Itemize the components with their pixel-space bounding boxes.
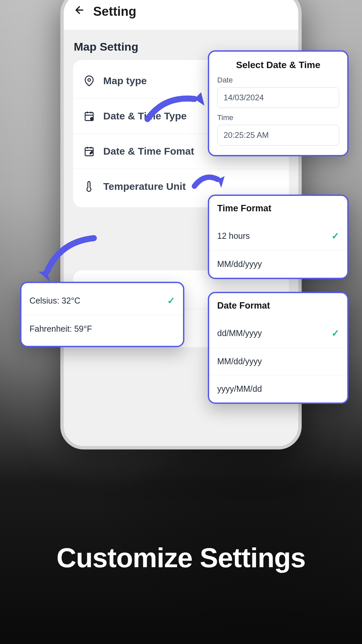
row-label: Date & Time Fomat	[103, 146, 194, 157]
svg-point-1	[88, 78, 90, 81]
option-row[interactable]: MM/dd/yyyy	[209, 348, 347, 375]
popup-time-format: Time Format 12 hours ✓ MM/dd/yyyy	[208, 195, 349, 279]
option-row[interactable]: MM/dd/yyyy	[209, 251, 347, 278]
option-row[interactable]: Celsius: 32°C ✓	[21, 286, 183, 315]
popup-date-format: Date Format dd/MM/yyyy ✓ MM/dd/yyyy yyyy…	[208, 292, 349, 404]
svg-marker-13	[194, 92, 204, 106]
check-icon: ✓	[331, 328, 339, 339]
row-label: Temperature Unit	[103, 181, 186, 192]
check-icon: ✓	[331, 230, 339, 241]
date-input[interactable]	[217, 87, 339, 108]
hero-caption: Customize Settings	[0, 542, 362, 574]
time-label: Time	[217, 113, 339, 122]
calendar-edit-icon	[83, 145, 95, 157]
option-row[interactable]: dd/MM/yyyy ✓	[209, 319, 347, 348]
check-icon: ✓	[167, 295, 175, 306]
calendar-settings-icon	[83, 110, 95, 122]
date-label: Date	[217, 76, 339, 85]
row-label: Map type	[103, 75, 147, 87]
svg-point-6	[90, 117, 93, 120]
app-header: Setting	[64, 0, 298, 30]
option-row[interactable]: Fahrenheit: 59°F	[21, 315, 183, 342]
option-label: dd/MM/yyyy	[217, 328, 262, 338]
arrow-curved-icon	[144, 82, 211, 126]
time-input[interactable]	[217, 125, 339, 146]
popup-temperature-unit: Celsius: 32°C ✓ Fahrenheit: 59°F	[20, 282, 184, 347]
option-row[interactable]: 12 hours ✓	[209, 222, 347, 251]
option-row[interactable]: yyyy/MM/dd	[209, 375, 347, 402]
popup-title: Time Format	[209, 203, 347, 217]
option-label: yyyy/MM/dd	[217, 384, 262, 394]
back-arrow-icon[interactable]	[74, 4, 85, 19]
option-label: 12 hours	[217, 231, 250, 241]
popup-select-date-time: Select Date & Time Date Time	[208, 50, 349, 156]
option-label: Celsius: 32°C	[29, 296, 80, 306]
popup-title: Date Format	[209, 301, 347, 314]
option-label: MM/dd/yyyy	[217, 357, 262, 366]
arrow-curved-icon	[34, 231, 101, 288]
thermometer-icon	[83, 180, 95, 193]
arrow-curved-icon	[191, 169, 228, 196]
popup-title: Select Date & Time	[217, 60, 339, 70]
option-label: MM/dd/yyyy	[217, 259, 262, 269]
location-pin-icon	[83, 75, 95, 87]
option-label: Fahrenheit: 59°F	[29, 324, 92, 334]
page-title: Setting	[93, 4, 136, 19]
